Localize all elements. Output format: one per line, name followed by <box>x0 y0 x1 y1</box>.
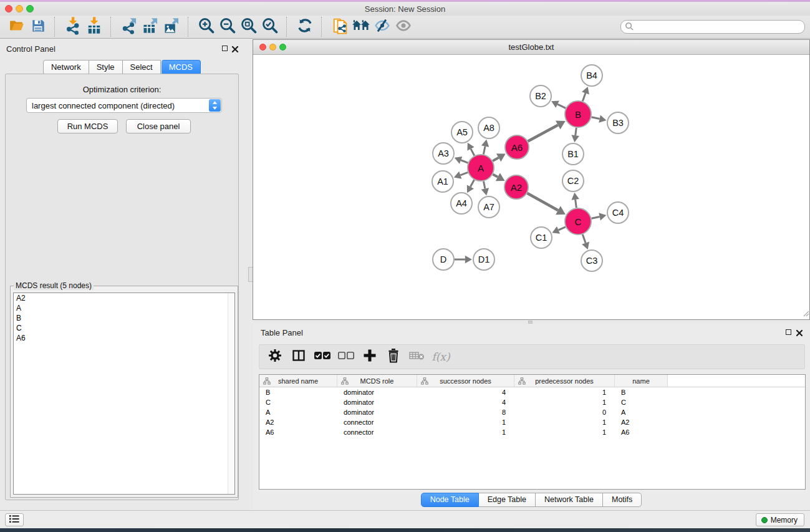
zoom-selected-button[interactable] <box>259 17 281 37</box>
tab-node-table[interactable]: Node Table <box>421 493 479 507</box>
result-list-scrollbar[interactable] <box>228 293 234 494</box>
hide-panels-button[interactable] <box>372 17 393 37</box>
graph-node-A2[interactable]: A2 <box>504 175 528 199</box>
table-cell[interactable]: B <box>615 387 668 397</box>
tab-select[interactable]: Select <box>123 60 161 75</box>
show-panels-button[interactable] <box>393 17 414 37</box>
tab-edge-table[interactable]: Edge Table <box>479 493 536 507</box>
table-row[interactable]: Bdominator41B <box>259 387 805 397</box>
horizontal-splitter-handle[interactable] <box>528 321 533 324</box>
table-cell[interactable]: 1 <box>514 427 615 437</box>
graph-node-C3[interactable]: C3 <box>581 250 602 271</box>
result-item[interactable]: B <box>14 313 234 323</box>
result-item[interactable]: C <box>14 323 234 333</box>
add-column-button[interactable] <box>360 347 379 366</box>
edge-A6-B[interactable] <box>528 120 566 141</box>
edge-B-B2[interactable] <box>551 100 566 108</box>
graph-node-A6[interactable]: A6 <box>505 135 529 159</box>
import-table-button[interactable] <box>84 17 105 37</box>
tab-network[interactable]: Network <box>43 60 89 75</box>
column-header-successor-nodes[interactable]: successor nodes <box>417 375 514 387</box>
column-header-shared-name[interactable]: shared name <box>259 375 337 387</box>
graph-node-C[interactable]: C <box>565 208 591 235</box>
delete-table-button[interactable] <box>408 347 427 366</box>
edge-B-B4[interactable] <box>582 87 589 101</box>
tab-style[interactable]: Style <box>89 60 123 75</box>
split-panel-button[interactable] <box>289 347 308 366</box>
result-item[interactable]: A <box>14 303 234 313</box>
table-cell[interactable]: C <box>259 397 337 407</box>
table-cell[interactable]: A6 <box>259 427 337 437</box>
edge-C-C2[interactable] <box>571 193 579 208</box>
table-cell[interactable]: B <box>259 387 337 397</box>
edge-A-A2[interactable] <box>493 173 504 181</box>
graph-node-B4[interactable]: B4 <box>581 65 602 86</box>
export-table-button[interactable] <box>140 17 161 37</box>
table-cell[interactable]: 0 <box>514 407 615 417</box>
graph-node-A3[interactable]: A3 <box>433 143 454 164</box>
edge-C-C1[interactable] <box>552 226 565 234</box>
table-cell[interactable]: A6 <box>615 427 668 437</box>
memory-button[interactable]: Memory <box>756 513 804 526</box>
tab-network-table[interactable]: Network Table <box>536 493 603 507</box>
table-cell[interactable]: 1 <box>417 427 514 437</box>
open-file-button[interactable] <box>6 17 27 37</box>
table-cell[interactable]: A <box>259 407 337 417</box>
table-cell[interactable]: dominator <box>337 397 417 407</box>
function-builder-button[interactable]: f(x) <box>432 347 450 366</box>
export-image-button[interactable] <box>161 17 182 37</box>
edge-A-A3[interactable] <box>455 157 468 164</box>
import-network-button[interactable] <box>62 17 84 37</box>
edge-C-C4[interactable] <box>591 213 606 220</box>
close-panel-icon[interactable] <box>231 44 239 52</box>
table-close-panel-icon[interactable] <box>796 328 803 336</box>
edge-D-D1[interactable] <box>455 256 472 264</box>
column-header-MCDS-role[interactable]: MCDS role <box>337 375 417 387</box>
resize-grip-icon[interactable] <box>802 308 809 319</box>
zoom-fit-button[interactable] <box>238 17 259 37</box>
table-cell[interactable]: 1 <box>514 417 615 427</box>
export-network-button[interactable] <box>118 17 140 37</box>
table-row[interactable]: Adominator80A <box>259 407 805 417</box>
zoom-in-button[interactable] <box>196 17 217 37</box>
tab-mcds[interactable]: MCDS <box>162 60 201 75</box>
edge-A-A6[interactable] <box>493 153 506 162</box>
graph-node-D1[interactable]: D1 <box>473 249 494 270</box>
edge-B-B1[interactable] <box>571 128 579 142</box>
task-history-button[interactable] <box>5 513 24 526</box>
table-cell[interactable]: dominator <box>337 407 417 417</box>
criterion-dropdown[interactable]: largest connected component (directed) <box>26 98 222 113</box>
table-row[interactable]: A6connector11A6 <box>259 427 805 437</box>
graph-node-A7[interactable]: A7 <box>478 196 499 218</box>
unselect-all-button[interactable] <box>337 347 355 366</box>
graph-node-A8[interactable]: A8 <box>478 117 499 138</box>
table-row[interactable]: A2connector11A2 <box>259 417 805 427</box>
graph-node-A[interactable]: A <box>468 155 494 181</box>
result-item[interactable]: A2 <box>14 293 234 303</box>
save-session-button[interactable] <box>27 17 49 37</box>
edge-A-A4[interactable] <box>467 180 475 193</box>
graph-node-C1[interactable]: C1 <box>531 227 552 248</box>
table-cell[interactable]: connector <box>337 427 417 437</box>
graph-node-A4[interactable]: A4 <box>451 193 472 214</box>
column-header-name[interactable]: name <box>615 375 668 387</box>
table-row[interactable]: Cdominator41C <box>259 397 805 407</box>
table-cell[interactable]: A2 <box>259 417 337 427</box>
table-cell[interactable]: 1 <box>514 387 615 397</box>
refresh-layout-button[interactable] <box>294 17 316 37</box>
table-cell[interactable]: 4 <box>417 387 514 397</box>
table-cell[interactable]: A <box>615 407 668 417</box>
select-all-button[interactable] <box>313 347 332 366</box>
zoom-out-button[interactable] <box>217 17 238 37</box>
edge-B-B3[interactable] <box>591 115 606 122</box>
edge-A-A8[interactable] <box>481 140 489 155</box>
new-network-button[interactable] <box>329 17 350 37</box>
graph-node-B2[interactable]: B2 <box>530 85 551 107</box>
table-cell[interactable]: dominator <box>337 387 417 397</box>
network-graph-canvas[interactable]: B4B2BB3A8A5A6A3B1AC2A1A2A4A7C4CC1C3DD1 <box>253 55 809 319</box>
table-cell[interactable]: 1 <box>514 397 615 407</box>
network-window-titlebar[interactable]: testGlobe.txt <box>253 40 809 55</box>
edge-A-A1[interactable] <box>454 172 468 179</box>
graph-node-A5[interactable]: A5 <box>451 122 473 143</box>
table-cell[interactable]: 1 <box>417 417 514 427</box>
